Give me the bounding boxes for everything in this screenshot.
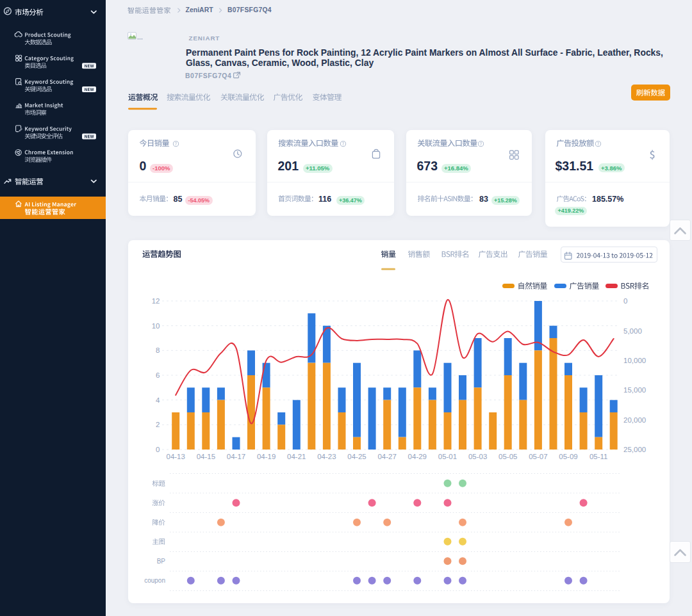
svg-text:05-01: 05-01 [438,453,457,460]
svg-text:04-25: 04-25 [347,453,366,460]
svg-text:0: 0 [140,159,147,173]
svg-text:B07FSFG7Q4: B07FSFG7Q4 [227,6,272,13]
svg-text:coupon: coupon [144,577,165,584]
svg-text:BP: BP [157,558,166,565]
svg-text:8: 8 [156,346,160,354]
svg-text:05-11: 05-11 [589,453,608,460]
svg-text:04-17: 04-17 [227,453,245,460]
svg-text:B07FSFG7Q4: B07FSFG7Q4 [185,72,231,79]
svg-text:673: 673 [417,159,438,173]
svg-text:0: 0 [156,446,160,453]
svg-text:10: 10 [152,322,160,330]
svg-text:83: 83 [479,195,488,204]
svg-text:0: 0 [623,297,627,305]
svg-text:$31.51: $31.51 [556,159,594,173]
svg-text:04-23: 04-23 [317,453,336,460]
svg-text:04-19: 04-19 [257,453,276,460]
svg-text:201: 201 [278,159,299,173]
svg-text:4: 4 [156,396,160,404]
svg-text:85: 85 [174,195,183,204]
svg-text:185.57%: 185.57% [592,195,623,204]
svg-text:12: 12 [152,297,160,305]
svg-text:5,000: 5,000 [623,327,642,335]
svg-text:6: 6 [156,371,160,379]
svg-text:2: 2 [156,421,160,428]
svg-text:116: 116 [318,195,331,204]
svg-text:20,000: 20,000 [623,416,646,424]
svg-text:10,000: 10,000 [623,357,646,364]
svg-text:15,000: 15,000 [623,386,646,394]
svg-text:04-15: 04-15 [197,453,215,460]
svg-text:ZeniART: ZeniART [186,6,214,13]
svg-text:04-27: 04-27 [377,453,396,460]
svg-text:ZENIART: ZENIART [189,35,220,42]
svg-text:05-05: 05-05 [498,453,517,460]
svg-text:05-03: 05-03 [468,453,487,460]
svg-text:05-07: 05-07 [529,453,547,460]
svg-text:04-21: 04-21 [287,453,306,460]
svg-text:04-29: 04-29 [408,453,427,460]
svg-text:25,000: 25,000 [623,446,646,453]
svg-text:04-13: 04-13 [166,453,185,460]
svg-text:05-09: 05-09 [559,453,577,460]
